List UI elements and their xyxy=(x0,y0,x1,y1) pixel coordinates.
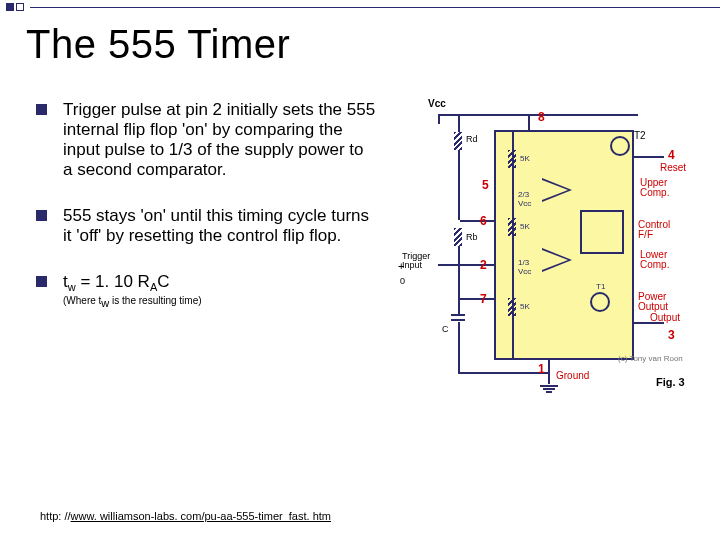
label-lower-comp: Lower Comp. xyxy=(640,250,669,270)
bullet-text: 555 stays 'on' until this timing cycle t… xyxy=(63,206,376,246)
wire xyxy=(634,156,664,158)
list-item: 555 stays 'on' until this timing cycle t… xyxy=(36,206,376,246)
capacitor xyxy=(451,314,465,321)
label-zero: 0 xyxy=(400,276,405,286)
formula-sub: w xyxy=(68,282,76,294)
label-5k: 5K xyxy=(520,154,530,163)
label-upper-comp: Upper Comp. xyxy=(640,178,669,198)
source-link: http: //www. williamson-labs. com/pu-aa-… xyxy=(40,510,331,522)
label-trigger-input: Trigger Input xyxy=(402,252,430,270)
label-control-ff: Control F/F xyxy=(638,220,670,240)
wire xyxy=(458,114,460,132)
resistor-5k xyxy=(508,150,516,168)
label-5k: 5K xyxy=(520,222,530,231)
accent-square-outline xyxy=(16,3,24,11)
wire xyxy=(460,298,494,300)
formula-text: = 1. 10 R xyxy=(76,272,150,291)
bullet-icon xyxy=(36,104,47,115)
resistor-5k xyxy=(508,218,516,236)
lower-comparator xyxy=(542,248,576,272)
wire xyxy=(458,246,460,298)
pin-8: 8 xyxy=(538,110,545,124)
pin-2: 2 xyxy=(480,258,487,272)
transistor-t2 xyxy=(610,136,630,156)
link-prefix: http: // xyxy=(40,510,71,522)
accent-square-filled xyxy=(6,3,14,11)
circuit-diagram: Vcc 8 Rd 5K 5K 5K 2/3 Vcc 1/3 Vcc T2 4 R… xyxy=(398,100,698,410)
bullet-icon xyxy=(36,210,47,221)
pin-1: 1 xyxy=(538,362,545,376)
list-item: Trigger pulse at pin 2 initially sets th… xyxy=(36,100,376,180)
diagram-credit: (c) Tony van Roon xyxy=(618,354,683,363)
wire xyxy=(458,372,550,374)
label-t1: T1 xyxy=(596,282,605,291)
accent-line xyxy=(30,7,720,8)
label-rd: Rd xyxy=(466,134,478,144)
transistor-t1 xyxy=(590,292,610,312)
resistor-5k xyxy=(508,298,516,316)
label-two-thirds: 2/3 Vcc xyxy=(518,190,531,208)
wire xyxy=(458,322,460,372)
formula-text: C xyxy=(157,272,169,291)
resistor-rb xyxy=(454,228,462,246)
bullet-list: Trigger pulse at pin 2 initially sets th… xyxy=(36,100,376,309)
pin-7: 7 xyxy=(480,292,487,306)
pin-3: 3 xyxy=(668,328,675,342)
label-ground: Ground xyxy=(556,370,589,381)
wire xyxy=(548,360,550,372)
label-c: C xyxy=(442,324,449,334)
bullet-text: Trigger pulse at pin 2 initially sets th… xyxy=(63,100,376,180)
bullet-icon xyxy=(36,276,47,287)
label-output: Output xyxy=(650,312,680,323)
formula-note: (Where tw is the resulting time) xyxy=(63,295,202,309)
label-rb: Rb xyxy=(466,232,478,242)
ground-symbol xyxy=(540,384,558,394)
label-reset: Reset xyxy=(660,162,686,173)
pin-6: 6 xyxy=(480,214,487,228)
upper-comparator xyxy=(542,178,576,202)
formula-block: tw = 1. 10 RAC (Where tw is the resultin… xyxy=(63,272,202,308)
label-plus: + xyxy=(398,260,404,272)
label-one-third: 1/3 Vcc xyxy=(518,258,531,276)
wire xyxy=(458,150,460,220)
slide-title: The 555 Timer xyxy=(26,22,290,67)
label-5k: 5K xyxy=(520,302,530,311)
flip-flop xyxy=(580,210,624,254)
label-power-output: Power Output xyxy=(638,292,668,312)
formula: tw = 1. 10 RAC xyxy=(63,272,202,293)
label-vcc: Vcc xyxy=(428,98,446,109)
wire xyxy=(438,114,440,124)
wire xyxy=(548,372,550,384)
wire xyxy=(460,220,494,222)
wire xyxy=(528,114,530,130)
source-url[interactable]: www. williamson-labs. com/pu-aa-555-time… xyxy=(71,510,331,522)
figure-number: Fig. 3 xyxy=(656,376,685,388)
label-t2: T2 xyxy=(634,130,646,141)
list-item: tw = 1. 10 RAC (Where tw is the resultin… xyxy=(36,272,376,308)
wire xyxy=(458,298,460,314)
resistor-rd xyxy=(454,132,462,150)
pin-4: 4 xyxy=(668,148,675,162)
title-accent-bar xyxy=(0,0,720,14)
pin-5: 5 xyxy=(482,178,489,192)
